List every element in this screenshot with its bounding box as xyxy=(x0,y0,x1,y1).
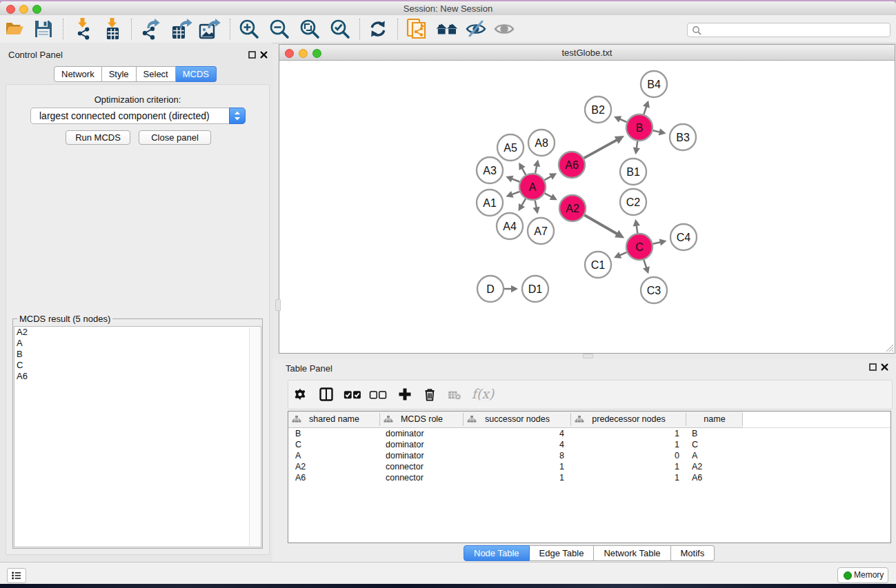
add-icon[interactable] xyxy=(398,387,412,401)
zoom-fit-icon[interactable] xyxy=(299,18,321,40)
mcds-result-item[interactable]: A6 xyxy=(14,371,261,382)
export-image-icon[interactable] xyxy=(199,18,221,40)
log-console-button[interactable] xyxy=(7,568,26,583)
edge-A2-C[interactable] xyxy=(584,215,617,234)
tab-node-table[interactable]: Node Table xyxy=(464,545,530,561)
table-cell[interactable]: connector xyxy=(386,472,462,483)
mcds-result-item[interactable]: C xyxy=(14,360,261,371)
node-table[interactable]: shared nameMCDS rolesuccessor nodesprede… xyxy=(288,411,891,543)
table-cell[interactable]: 4 xyxy=(464,428,564,439)
network-titlebar[interactable]: testGlobe.txt xyxy=(279,45,895,61)
zoom-selected-icon[interactable] xyxy=(329,18,351,40)
edge-A-A7[interactable] xyxy=(535,201,537,208)
show-eye-icon[interactable] xyxy=(493,18,515,40)
edge-C-C3[interactable] xyxy=(644,260,646,268)
table-cell[interactable]: A6 xyxy=(295,472,380,483)
tab-edge-table[interactable]: Edge Table xyxy=(530,545,595,561)
table-float-icon[interactable] xyxy=(869,363,877,371)
tab-network[interactable]: Network xyxy=(54,66,102,82)
split-column-icon[interactable] xyxy=(319,387,333,401)
optimization-criterion-select[interactable]: largest connected component (directed) xyxy=(30,108,246,124)
edge-A-A8[interactable] xyxy=(535,165,537,173)
table-cell[interactable]: 0 xyxy=(571,450,679,461)
column-header-predecessor-nodes[interactable]: predecessor nodes xyxy=(571,412,686,427)
column-header-name[interactable]: name xyxy=(686,412,743,427)
table-cell[interactable]: dominator xyxy=(386,439,462,450)
mcds-result-item[interactable]: B xyxy=(14,349,261,360)
edge-B-B2[interactable] xyxy=(619,119,626,123)
hide-eye-icon[interactable] xyxy=(465,18,487,40)
close-panel-icon[interactable] xyxy=(260,51,268,59)
edge-A-A1[interactable] xyxy=(512,192,519,194)
mcds-result-item[interactable]: A2 xyxy=(14,327,261,338)
search-input[interactable] xyxy=(687,23,890,37)
table-cell[interactable]: 4 xyxy=(464,439,564,450)
table-cell[interactable]: A xyxy=(295,450,380,461)
edge-A6-B[interactable] xyxy=(584,140,617,158)
edge-A-A6[interactable] xyxy=(544,176,551,181)
table-cell[interactable]: C xyxy=(295,439,380,450)
edge-C-C4[interactable] xyxy=(653,242,661,243)
table-cell[interactable]: A xyxy=(692,450,741,461)
table-cell[interactable]: 1 xyxy=(464,472,564,483)
refresh-icon[interactable] xyxy=(367,18,389,40)
table-cell[interactable]: 1 xyxy=(571,428,679,439)
table-cell[interactable]: 1 xyxy=(571,461,679,472)
home-icon[interactable] xyxy=(436,18,458,40)
splitter-handle-horizontal[interactable] xyxy=(583,354,593,358)
mcds-result-item[interactable]: A xyxy=(14,338,261,349)
zoom-out-icon[interactable] xyxy=(268,18,290,40)
table-cell[interactable]: 1 xyxy=(571,472,679,483)
table-cell[interactable]: C xyxy=(692,439,741,450)
tab-mcds[interactable]: MCDS xyxy=(176,66,217,82)
edge-B-B3[interactable] xyxy=(653,130,660,132)
table-close-icon[interactable] xyxy=(881,363,888,371)
tab-network-table[interactable]: Network Table xyxy=(594,545,670,561)
table-cell[interactable]: 1 xyxy=(571,439,679,450)
edge-B-B1[interactable] xyxy=(637,141,637,149)
mcds-result-list[interactable]: A2ABCA6 xyxy=(14,326,261,547)
tab-select[interactable]: Select xyxy=(137,66,176,82)
save-session-icon[interactable] xyxy=(32,18,54,40)
table-cell[interactable]: B xyxy=(692,428,741,439)
resize-grip-icon[interactable] xyxy=(885,343,894,352)
close-panel-button[interactable]: Close panel xyxy=(139,130,211,145)
run-mcds-button[interactable]: Run MCDS xyxy=(66,130,130,145)
open-session-icon[interactable] xyxy=(4,18,26,40)
table-cell[interactable]: 1 xyxy=(464,461,564,472)
table-cell[interactable]: B xyxy=(295,428,380,439)
table-cell[interactable]: connector xyxy=(386,461,462,472)
splitter-handle-vertical[interactable] xyxy=(275,299,281,311)
zoom-in-icon[interactable] xyxy=(238,18,260,40)
deselect-all-icon[interactable] xyxy=(369,390,387,400)
network-documents-icon[interactable] xyxy=(406,18,428,40)
edge-A-A4[interactable] xyxy=(521,199,526,205)
import-table-icon[interactable] xyxy=(102,18,124,40)
table-cell[interactable]: dominator xyxy=(386,428,462,439)
edge-C-C2[interactable] xyxy=(637,225,638,234)
column-header-shared-name[interactable]: shared name xyxy=(288,412,380,427)
export-network-icon[interactable] xyxy=(139,18,161,40)
export-table-icon[interactable] xyxy=(170,18,192,40)
table-cell[interactable]: dominator xyxy=(386,450,462,461)
tab-motifs[interactable]: Motifs xyxy=(671,545,715,561)
scrollbar[interactable] xyxy=(249,327,260,546)
gear-icon[interactable] xyxy=(293,387,307,401)
import-network-icon[interactable] xyxy=(72,18,94,40)
tab-style[interactable]: Style xyxy=(102,66,137,82)
delete-icon[interactable] xyxy=(423,387,437,401)
edge-A-A3[interactable] xyxy=(512,179,520,182)
edge-C-C1[interactable] xyxy=(619,252,626,256)
column-header-MCDS-role[interactable]: MCDS role xyxy=(380,412,464,427)
edge-B-B4[interactable] xyxy=(644,106,646,114)
memory-button[interactable]: Memory xyxy=(837,567,888,583)
table-cell[interactable]: 8 xyxy=(464,450,564,461)
float-panel-icon[interactable] xyxy=(248,51,256,59)
table-cell[interactable]: A6 xyxy=(692,472,741,483)
column-header-successor-nodes[interactable]: successor nodes xyxy=(464,412,571,427)
network-canvas[interactable]: B4B2BB3A8A5A6A3B1AC2A1A2A4A7C4CC1C3DD1 xyxy=(279,61,893,352)
table-cell[interactable]: A2 xyxy=(692,461,741,472)
select-all-icon[interactable] xyxy=(344,390,361,400)
table-cell[interactable]: A2 xyxy=(295,461,380,472)
edge-A-A2[interactable] xyxy=(545,193,552,197)
